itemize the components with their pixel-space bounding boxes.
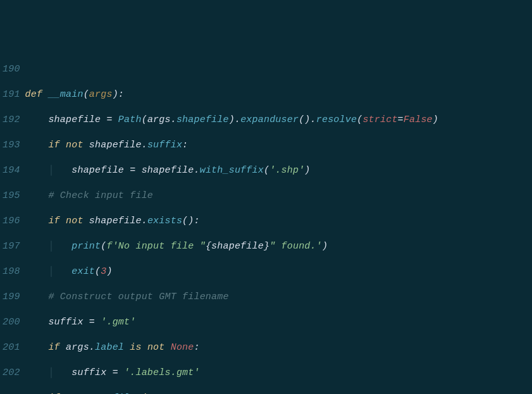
line-number: 192 [3,114,20,126]
keyword-if: if [48,216,59,226]
variable: shapefile [89,140,142,151]
method: with_suffix [200,165,264,176]
code-line[interactable]: if args.label is not None: [25,342,532,354]
keyword-if: if [48,140,59,151]
code-line[interactable]: if not shapefile.suffix: [25,139,532,152]
code-line[interactable]: │ exit(3) [25,266,532,278]
line-number-gutter: 190 191 192 193 194 195 196 197 198 199 … [0,51,24,394]
string: '.shp' [269,165,304,176]
indent-guide: │ [48,266,54,277]
variable: shapefile [89,216,142,226]
variable: shapefile [142,165,194,176]
code-line[interactable]: if not shapefile.exists(): [25,215,532,228]
keyword-not: not [66,216,84,226]
method: exists [147,216,182,226]
code-content[interactable]: def __main(args): shapefile = Path(args.… [24,51,532,394]
attribute: label [95,342,124,353]
function-name: __main [48,89,83,100]
line-number: 195 [3,190,20,202]
code-line[interactable]: │ shapefile = shapefile.with_suffix('.sh… [25,164,532,177]
number: 3 [101,266,106,277]
comment: # Check input file [48,190,153,201]
line-number: 193 [3,139,20,152]
code-line[interactable]: def __main(args): [25,89,532,101]
parameter: args [89,89,113,100]
variable: args [147,114,171,125]
variable: args [66,342,89,353]
variable: shapefile [48,114,101,125]
code-line[interactable] [25,63,532,76]
indent-guide: │ [48,241,54,252]
line-number: 194 [3,164,20,177]
keyword-is: is [130,342,141,353]
none: None [171,342,194,353]
line-number: 198 [3,266,20,278]
line-number: 190 [3,63,20,76]
kwarg: strict [362,114,397,125]
class-call: Path [118,114,142,125]
method: resolve [316,114,357,125]
line-number: 199 [3,291,20,304]
code-line[interactable]: # Construct output GMT filename [25,291,532,304]
variable: shapefile [71,165,124,176]
boolean: False [404,114,433,125]
code-line[interactable]: suffix = '.gmt' [25,316,532,329]
code-line[interactable]: shapefile = Path(args.shapefile).expandu… [25,114,532,126]
line-number: 202 [3,367,20,379]
attribute: shapefile [176,114,229,125]
indent-guide: │ [48,165,54,176]
line-number: 196 [3,215,20,228]
line-number: 201 [3,342,20,354]
variable: suffix [48,317,83,328]
method: expanduser [240,114,299,125]
keyword-def: def [25,89,43,100]
builtin: print [71,241,101,252]
line-number: 191 [3,89,20,101]
variable: suffix [71,367,106,378]
attribute: suffix [147,140,182,151]
keyword-not: not [147,342,165,353]
comment: # Construct output GMT filename [48,292,228,302]
line-number: 197 [3,240,20,253]
code-line[interactable]: │ suffix = '.labels.gmt' [25,367,532,379]
string: " found.' [269,241,322,252]
fstring-var: shapefile [211,241,264,252]
code-line[interactable]: # Check input file [25,190,532,202]
builtin: exit [71,266,95,277]
string: '.gmt' [101,317,135,328]
string: '.labels.gmt' [124,367,200,378]
f-prefix: f [106,241,112,252]
line-number: 200 [3,316,20,329]
code-line[interactable]: │ print(f'No input file "{shapefile}" fo… [25,240,532,253]
indent-guide: │ [48,367,54,378]
string: 'No input file " [113,241,206,252]
code-editor[interactable]: 190 191 192 193 194 195 196 197 198 199 … [0,51,532,394]
keyword-not: not [66,140,84,151]
keyword-if: if [48,342,59,353]
